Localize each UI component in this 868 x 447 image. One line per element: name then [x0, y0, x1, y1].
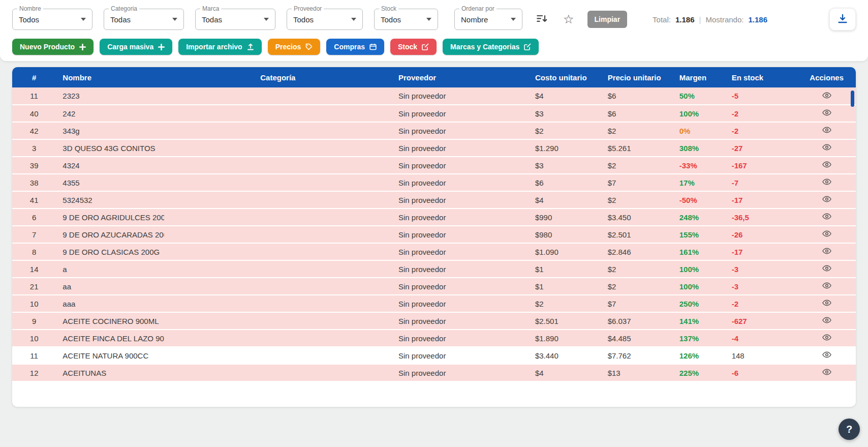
- filter-select-label: Ordenar por: [459, 5, 497, 12]
- table-header-row: #NombreCategoríaProveedorCosto unitarioP…: [12, 67, 856, 87]
- favorite-filters-button[interactable]: ☆: [561, 11, 576, 27]
- table-row: 40 242 Sin proveedor $3 $6 100% -2: [12, 105, 856, 122]
- help-button[interactable]: ?: [839, 419, 860, 440]
- cell-category: [164, 260, 392, 278]
- filter-select[interactable]: Nombre Todos: [12, 9, 92, 30]
- action-button[interactable]: Stock: [390, 39, 437, 55]
- view-product-button[interactable]: [819, 91, 834, 101]
- cell-unit-price: $2: [601, 122, 673, 139]
- table-row: 11 2323 Sin proveedor $4 $6 50% -5: [12, 87, 856, 105]
- cell-margin: 100%: [673, 278, 725, 295]
- action-button[interactable]: Marcas y Categorias: [443, 39, 539, 55]
- cell-name: 3D QUESO 43G CONITOS: [56, 139, 164, 157]
- cell-category: [164, 87, 392, 105]
- cell-name: ACEITE NATURA 900CC: [56, 347, 164, 364]
- products-table: #NombreCategoríaProveedorCosto unitarioP…: [12, 67, 856, 382]
- cell-number: 11: [12, 87, 56, 105]
- cell-stock: -167: [725, 157, 798, 174]
- cell-margin: -50%: [673, 191, 725, 208]
- cell-actions: [797, 157, 856, 174]
- table-row: 7 9 DE ORO AZUCARADAS 200G Sin proveedor…: [12, 226, 856, 243]
- view-product-button[interactable]: [819, 108, 834, 118]
- cell-number: 10: [12, 295, 56, 312]
- table-scrollbar-thumb[interactable]: [851, 91, 854, 107]
- cell-margin: 141%: [673, 312, 725, 330]
- filter-select[interactable]: Categoria Todas: [104, 9, 184, 30]
- cell-provider: Sin proveedor: [392, 122, 529, 139]
- cell-unit-cost: $4: [529, 191, 601, 208]
- chevron-down-icon: [426, 18, 431, 21]
- view-product-button[interactable]: [819, 126, 834, 136]
- view-product-button[interactable]: [819, 229, 834, 240]
- view-product-button[interactable]: [819, 264, 834, 274]
- cell-margin: 248%: [673, 208, 725, 226]
- cell-number: 39: [12, 157, 56, 174]
- cell-category: [164, 157, 392, 174]
- view-product-button[interactable]: [819, 350, 834, 361]
- cell-name: 242: [56, 105, 164, 122]
- cell-number: 38: [12, 174, 56, 191]
- filter-select[interactable]: Marca Todas: [195, 9, 275, 30]
- filter-select[interactable]: Stock Todos: [374, 9, 438, 30]
- products-table-card: #NombreCategoríaProveedorCosto unitarioP…: [12, 67, 856, 407]
- download-icon: [837, 14, 848, 25]
- action-button-label: Importar archivo: [186, 43, 242, 51]
- action-button-label: Precios: [275, 43, 301, 51]
- view-product-button[interactable]: [819, 212, 834, 222]
- cell-name: aa: [56, 278, 164, 295]
- cell-actions: [797, 105, 856, 122]
- action-button-label: Stock: [398, 43, 417, 51]
- cell-name: 343g: [56, 122, 164, 139]
- cell-margin: 308%: [673, 139, 725, 157]
- view-product-button[interactable]: [819, 281, 834, 291]
- cell-unit-price: $6: [601, 105, 673, 122]
- filter-select[interactable]: Proveedor Todos: [287, 9, 363, 30]
- view-product-button[interactable]: [819, 195, 834, 205]
- cell-provider: Sin proveedor: [392, 278, 529, 295]
- column-header: Nombre: [56, 67, 164, 87]
- view-product-button[interactable]: [819, 299, 834, 309]
- view-product-button[interactable]: [819, 177, 834, 188]
- cell-name: ACEITUNAS: [56, 364, 164, 381]
- cell-category: [164, 174, 392, 191]
- filter-select[interactable]: Ordenar por Nombre: [454, 9, 522, 30]
- export-download-button[interactable]: [829, 8, 856, 31]
- action-bar: Nuevo Producto Carga masiva Importar arc…: [12, 39, 856, 55]
- sort-amount-icon: [536, 14, 548, 25]
- eye-icon: [822, 282, 831, 290]
- action-button[interactable]: Importar archivo: [178, 39, 261, 55]
- cell-name: ACEITE COCINERO 900ML: [56, 312, 164, 330]
- action-button[interactable]: Nuevo Producto: [12, 39, 94, 55]
- view-product-button[interactable]: [819, 143, 834, 153]
- clear-filters-button[interactable]: Limpiar: [587, 11, 628, 28]
- cell-provider: Sin proveedor: [392, 295, 529, 312]
- cell-margin: 225%: [673, 364, 725, 381]
- cell-category: [164, 243, 392, 260]
- table-row: 39 4324 Sin proveedor $3 $2 -33% -167: [12, 157, 856, 174]
- cell-stock: -4: [725, 330, 798, 347]
- view-product-button[interactable]: [819, 368, 834, 378]
- eye-icon: [822, 334, 831, 342]
- action-button-icon: [422, 43, 429, 50]
- sort-order-button[interactable]: [534, 12, 550, 27]
- view-product-button[interactable]: [819, 333, 834, 343]
- cell-unit-price: $3.450: [601, 208, 673, 226]
- action-button[interactable]: Precios: [268, 39, 321, 55]
- eye-icon: [822, 196, 831, 204]
- cell-unit-price: $2: [601, 157, 673, 174]
- cell-unit-price: $2.846: [601, 243, 673, 260]
- action-button[interactable]: Compras: [326, 39, 384, 55]
- cell-actions: [797, 243, 856, 260]
- action-button[interactable]: Carga masiva: [100, 39, 172, 55]
- action-button-label: Nuevo Producto: [20, 43, 75, 51]
- view-product-button[interactable]: [819, 316, 834, 326]
- cell-unit-cost: $1: [529, 278, 601, 295]
- view-product-button[interactable]: [819, 160, 834, 170]
- table-row: 41 5324532 Sin proveedor $4 $2 -50% -17: [12, 191, 856, 208]
- table-row: 42 343g Sin proveedor $2 $2 0% -2: [12, 122, 856, 139]
- cell-number: 11: [12, 347, 56, 364]
- cell-provider: Sin proveedor: [392, 347, 529, 364]
- cell-unit-cost: $3: [529, 105, 601, 122]
- view-product-button[interactable]: [819, 247, 834, 257]
- cell-stock: -17: [725, 243, 798, 260]
